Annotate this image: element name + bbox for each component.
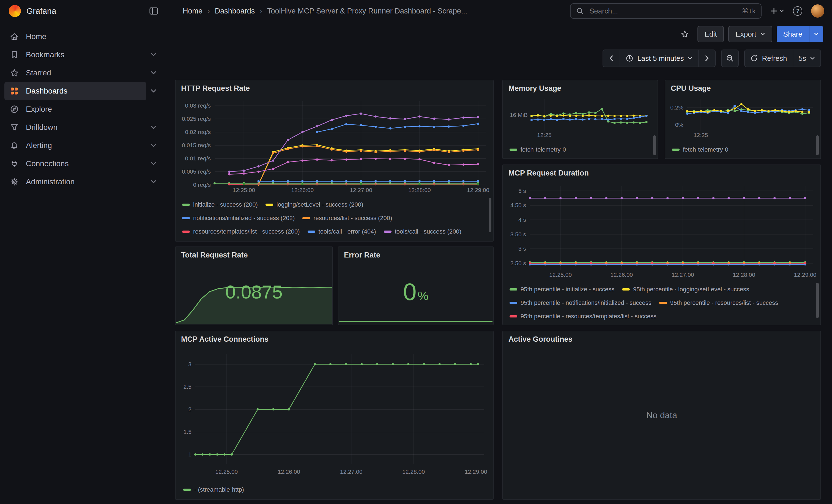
svg-text:12:25: 12:25 [537, 132, 552, 138]
panel-title[interactable]: MCP Active Connections [176, 331, 493, 344]
chevron-down-icon[interactable] [146, 143, 161, 148]
legend-item[interactable]: 95th percentile - resources/templates/li… [510, 311, 656, 322]
sidebar-item-home[interactable]: Home [0, 27, 165, 46]
panel-title[interactable]: Error Rate [338, 247, 493, 260]
legend-swatch [308, 231, 315, 233]
search-input[interactable] [588, 6, 737, 16]
svg-text:1.5: 1.5 [183, 429, 191, 435]
legend-item[interactable]: fetch-telemetry-0 [510, 144, 566, 155]
legend-item[interactable]: initialize - success (200) [182, 199, 258, 210]
legend-scrollbar[interactable] [816, 283, 819, 318]
memory-usage-chart[interactable]: 16 MiB12:25 [505, 96, 653, 140]
chevron-down-icon[interactable] [146, 53, 161, 57]
user-avatar[interactable] [811, 4, 824, 18]
svg-text:0.2%: 0.2% [670, 104, 683, 111]
svg-text:16 MiB: 16 MiB [510, 112, 528, 118]
sidebar-item-drilldown[interactable]: Drilldown [0, 118, 165, 136]
share-button[interactable]: Share [777, 26, 809, 43]
chevron-down-icon[interactable] [146, 89, 161, 93]
legend-swatch [510, 149, 517, 151]
svg-text:12:29:00: 12:29:00 [465, 469, 487, 475]
legend-item[interactable]: resources/templates/list - success (200) [182, 226, 300, 237]
time-range-group: Last 5 minutes [602, 50, 716, 67]
refresh-interval-picker[interactable]: 5s [792, 50, 821, 67]
sidebar-item-dashboards[interactable]: Dashboards [0, 82, 165, 100]
svg-text:2.50 s: 2.50 s [510, 260, 526, 266]
legend-scrollbar[interactable] [653, 135, 656, 155]
legend-swatch [510, 302, 517, 304]
http-request-rate-chart[interactable]: 0 req/s0.005 req/s0.01 req/s0.015 req/s0… [178, 97, 489, 195]
legend-scrollbar[interactable] [489, 198, 491, 232]
legend-item[interactable]: tools/call - error (404) [308, 226, 376, 237]
sidebar-item-starred[interactable]: Starred [0, 64, 165, 82]
drilldown-funnel-icon [9, 123, 19, 132]
legend-item[interactable]: - (streamable-http) [183, 484, 244, 495]
breadcrumb-current: ToolHive MCP Server & Proxy Runner Dashb… [267, 7, 467, 16]
sidebar-item-administration[interactable]: Administration [0, 173, 165, 191]
favorite-star-icon[interactable] [677, 26, 693, 43]
stat-unit: % [418, 289, 428, 302]
grafana-logo-icon[interactable] [9, 5, 21, 17]
chevron-down-icon[interactable] [146, 180, 161, 184]
legend-item[interactable]: tools/call - success (200) [384, 226, 461, 237]
svg-text:4.50 s: 4.50 s [510, 202, 526, 208]
edit-button[interactable]: Edit [698, 26, 724, 43]
legend-swatch [384, 231, 391, 233]
legend-scrollbar[interactable] [816, 135, 819, 155]
legend-label: initialize - success (200) [193, 199, 258, 210]
legend-item[interactable]: 95th percentile - resources/list - succe… [659, 297, 778, 309]
mcp-request-duration-chart[interactable]: 2.50 s3 s3.50 s4 s4.50 s5 s12:25:0012:26… [506, 182, 816, 280]
panel-title[interactable]: Total Request Rate [176, 247, 332, 260]
legend-swatch [672, 149, 680, 151]
error-rate-sparkline[interactable] [339, 312, 493, 324]
refresh-button[interactable]: Refresh [744, 50, 793, 67]
panel-title[interactable]: MCP Request Duration [503, 165, 821, 178]
help-button[interactable]: ? [793, 6, 802, 16]
mcp-active-connections-chart[interactable]: 11.522.5312:25:0012:26:0012:27:0012:28:0… [179, 349, 489, 477]
legend-item[interactable]: notifications/initialized - success (202… [182, 212, 295, 224]
panel-title[interactable]: CPU Usage [665, 80, 821, 93]
sidebar-item-explore[interactable]: Explore [0, 100, 165, 118]
breadcrumb-dashboards[interactable]: Dashboards [215, 7, 255, 16]
sidebar-item-connections[interactable]: Connections [0, 155, 165, 173]
legend-item[interactable]: fetch-telemetry-0 [672, 144, 728, 155]
new-menu-button[interactable] [770, 7, 784, 15]
share-menu-button[interactable] [809, 26, 823, 43]
legend-item[interactable]: resources/list - success (200) [302, 212, 392, 224]
svg-text:12:25:00: 12:25:00 [549, 271, 572, 278]
breadcrumb-home[interactable]: Home [183, 7, 203, 16]
svg-text:12:26:00: 12:26:00 [291, 187, 314, 193]
legend-label: 95th percentile - notifications/initiali… [521, 297, 651, 309]
legend-item[interactable]: 95th percentile - logging/setLevel - suc… [622, 284, 749, 295]
chart-svg: 11.522.5312:25:0012:26:0012:27:0012:28:0… [179, 349, 489, 477]
chevron-down-icon [810, 56, 815, 60]
chevron-down-icon[interactable] [146, 161, 161, 166]
dock-sidebar-icon[interactable] [149, 6, 158, 16]
zoom-out-button[interactable] [721, 50, 739, 67]
plug-icon [9, 159, 19, 169]
time-controls: Last 5 minutes Refresh 5s [165, 46, 832, 71]
chevron-down-icon[interactable] [146, 71, 161, 75]
time-shift-forward-button[interactable] [698, 50, 716, 67]
legend-item[interactable]: 95th percentile - initialize - success [510, 284, 614, 295]
gear-icon [9, 177, 19, 187]
sidebar-item-bookmarks[interactable]: Bookmarks [0, 46, 165, 64]
cpu-usage-chart[interactable]: 0.2%0%12:25 [668, 96, 816, 140]
legend-item[interactable]: 95th percentile - notifications/initiali… [510, 297, 651, 309]
time-range-picker[interactable]: Last 5 minutes [620, 50, 699, 67]
sidebar-item-alerting[interactable]: Alerting [0, 136, 165, 155]
panel-memory-usage: Memory Usage 16 MiB12:25 fetch-telemetry… [502, 80, 658, 159]
panel-title[interactable]: Memory Usage [503, 80, 657, 93]
export-button[interactable]: Export [728, 26, 772, 43]
svg-text:12:29:00: 12:29:00 [467, 187, 489, 193]
legend-swatch [182, 217, 190, 219]
search-box[interactable]: ⌘+k [570, 3, 761, 19]
panel-title[interactable]: HTTP Request Rate [176, 80, 493, 93]
legend-swatch [182, 204, 190, 206]
chevron-down-icon[interactable] [146, 125, 161, 130]
http-legend: initialize - success (200)logging/setLev… [182, 197, 482, 239]
time-shift-back-button[interactable] [602, 50, 620, 67]
legend-item[interactable]: logging/setLevel - success (200) [265, 199, 363, 210]
legend-label: - (streamable-http) [194, 484, 244, 495]
legend-swatch [302, 217, 310, 219]
